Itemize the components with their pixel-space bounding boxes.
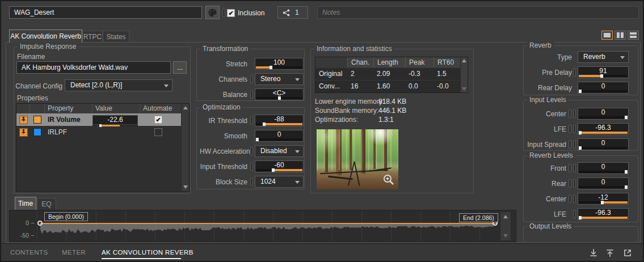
pre-delay-field[interactable]: 91 xyxy=(578,66,629,78)
end-marker-label[interactable]: End (2.086) xyxy=(459,213,498,222)
input-spread-field[interactable]: 0 xyxy=(578,138,629,150)
begin-marker-label[interactable]: Begin (0.000) xyxy=(44,212,88,221)
table-row-ir-volume[interactable]: IR Volume -22.6 xyxy=(16,113,182,126)
soundbank-memory-value: 446.1 KB xyxy=(378,107,406,115)
inclusion-label: Inclusion xyxy=(238,9,264,17)
ir-threshold-field[interactable]: -88 xyxy=(255,115,304,126)
input-center-rtpc-indicator xyxy=(573,109,576,118)
input-lfe-label: LFE xyxy=(521,125,566,133)
input-center-field[interactable]: 0 xyxy=(578,108,629,120)
ir-volume-mini-slider[interactable] xyxy=(92,125,138,126)
column-chan[interactable]: Chan. xyxy=(347,57,373,67)
reverb-lfe-field[interactable]: -96.3 xyxy=(578,208,629,220)
column-length[interactable]: Length xyxy=(373,57,405,67)
column-value[interactable]: Value xyxy=(92,104,140,113)
bottom-tab-ak-convolution-reverb[interactable]: AK CONVOLUTION REVERB xyxy=(102,249,193,256)
pin-icon[interactable] xyxy=(19,128,28,137)
hw-acceleration-dropdown[interactable]: Disabled xyxy=(255,145,304,157)
rear-field[interactable]: 0 xyxy=(578,178,629,189)
waveform-scrollbar[interactable] xyxy=(500,212,511,241)
channels-rtpc-indicator xyxy=(250,75,253,83)
automate-checkbox-ir-volume[interactable] xyxy=(154,116,162,124)
zoom-in-icon[interactable] xyxy=(382,174,395,186)
split-vertical-icon xyxy=(617,32,620,38)
scroll-up-icon[interactable] xyxy=(183,106,188,109)
front-field[interactable]: 0 xyxy=(578,162,629,174)
tab-time[interactable]: Time xyxy=(15,197,36,210)
property-name: IRLPF xyxy=(45,128,92,136)
automate-checkbox-irlpf[interactable] xyxy=(154,128,162,136)
reference-count: 1 xyxy=(295,9,299,16)
table-row-irlpf[interactable]: IRLPF xyxy=(16,126,182,138)
references-button[interactable]: 1 xyxy=(277,6,308,19)
stretch-field[interactable]: 100 xyxy=(255,58,304,70)
tab-ak-convolution-reverb[interactable]: AK Convolution Reverb xyxy=(9,29,82,43)
open-external-icon[interactable] xyxy=(622,248,633,258)
object-name-input[interactable] xyxy=(9,6,202,19)
statistics-table: Chan. Length Peak RT60 Original 2 2.09 -… xyxy=(315,57,468,93)
input-lfe-field[interactable]: -96.3 xyxy=(578,123,629,135)
channels-label: Channels xyxy=(200,75,247,83)
scroll-up-icon[interactable] xyxy=(503,215,508,218)
column-peak[interactable]: Peak xyxy=(405,57,433,67)
stretch-label: Stretch xyxy=(200,60,247,68)
tab-states[interactable]: States xyxy=(103,31,129,42)
color-palette-button[interactable] xyxy=(205,6,220,19)
channel-config-label: Channel Config xyxy=(15,82,62,90)
statistics-scrollbar[interactable] xyxy=(460,57,468,92)
input-lfe-rtpc-indicator xyxy=(573,125,576,133)
block-size-dropdown[interactable]: 1024 xyxy=(255,176,304,188)
impulse-response-photo[interactable] xyxy=(317,129,398,189)
inclusion-checkbox[interactable] xyxy=(227,9,235,17)
smooth-field[interactable]: 0 xyxy=(255,130,304,142)
filename-label: Filename xyxy=(17,53,45,61)
bottom-tab-contents[interactable]: CONTENTS xyxy=(10,249,48,256)
tab-rtpc[interactable]: RTPC xyxy=(82,31,103,42)
dock-bottom-icon[interactable] xyxy=(588,248,599,258)
scroll-down-icon[interactable] xyxy=(183,185,188,189)
layout-split-vertical-button[interactable] xyxy=(614,31,626,40)
column-rt60[interactable]: RT60 xyxy=(433,57,461,67)
reverb-center-field[interactable]: -12 xyxy=(578,193,629,205)
browse-button[interactable]: ... xyxy=(173,61,187,74)
y-tick-0: 0 xyxy=(20,219,29,226)
bottom-tab-meter[interactable]: METER xyxy=(62,249,86,256)
tab-eq[interactable]: EQ xyxy=(37,198,56,210)
stats-row-convolved: Conv... 16 1.60 0.0 -0.0 xyxy=(315,80,468,92)
ir-volume-value-field[interactable]: -22.6 xyxy=(92,115,138,125)
pin-icon[interactable] xyxy=(19,116,28,124)
layout-single-pane-button[interactable] xyxy=(601,31,613,40)
column-property[interactable]: Property xyxy=(45,104,92,113)
channel-config-dropdown[interactable]: Detect [2.0 (L,R)] xyxy=(65,79,172,91)
channels-dropdown[interactable]: Stereo xyxy=(255,73,304,85)
scroll-down-icon[interactable] xyxy=(503,234,508,238)
dock-top-icon[interactable] xyxy=(605,248,615,258)
impulse-response-group-label: Impulse Response xyxy=(18,43,78,50)
reverb-group-label: Reverb xyxy=(527,41,554,49)
begin-handle[interactable] xyxy=(37,221,43,226)
input-threshold-field[interactable]: -60 xyxy=(255,160,304,172)
chevron-down-icon xyxy=(620,56,625,59)
scroll-up-icon[interactable] xyxy=(462,59,466,62)
reverb-lfe-label: LFE xyxy=(521,210,566,218)
stats-row-original: Original 2 2.09 -0.3 1.5 xyxy=(315,67,468,80)
filename-field[interactable]: AK Hamburg Volksdorfer Wald.wav xyxy=(16,61,171,74)
transformation-group-label: Transformation xyxy=(200,45,250,53)
rear-delay-label: Rear Delay xyxy=(524,84,572,92)
rear-delay-field[interactable]: 0 xyxy=(578,82,629,94)
info-statistics-group-label: Information and statistics xyxy=(314,45,394,53)
properties-table: Property Value Automate IR Volume -22.6 … xyxy=(16,103,190,192)
balance-field[interactable]: <C> xyxy=(255,88,304,100)
notes-input[interactable] xyxy=(317,6,639,19)
zero-level-line xyxy=(40,223,497,224)
layout-split-horizontal-button[interactable] xyxy=(628,31,639,40)
column-automate[interactable]: Automate xyxy=(140,104,182,113)
pre-delay-label: Pre Delay xyxy=(524,69,572,77)
properties-scrollbar[interactable] xyxy=(181,104,189,191)
impulse-waveform-panel[interactable]: 0 -50 Begin (0.000) End (2.086) xyxy=(9,210,516,242)
input-levels-group-label: Input Levels xyxy=(527,96,569,104)
property-name: IR Volume xyxy=(45,116,92,124)
scroll-down-icon[interactable] xyxy=(462,87,466,91)
reverb-type-dropdown[interactable]: Reverb xyxy=(578,51,629,63)
input-spread-rtpc-indicator xyxy=(573,140,576,149)
